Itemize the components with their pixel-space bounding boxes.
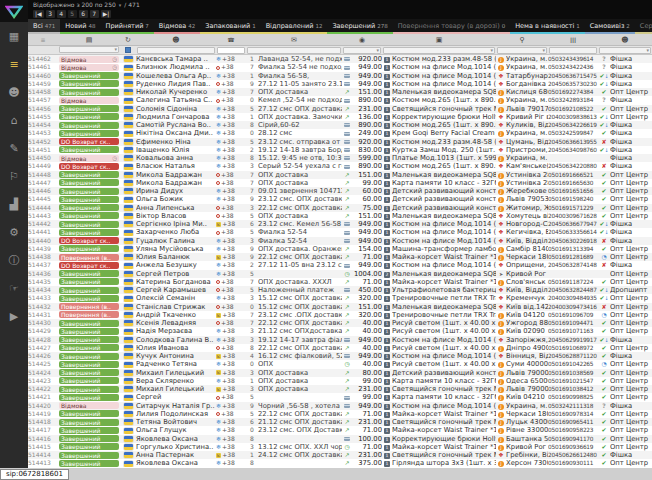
tracking-number[interactable]: 0503242893184 — [548, 96, 598, 104]
client-phone[interactable]: ❄+38 — [216, 443, 246, 451]
tab-1[interactable]: Новий48 — [60, 19, 100, 34]
order-row[interactable]: 514460ЗавершенийКошелева Ольга Ар..❄+381… — [28, 72, 652, 80]
tracking-number[interactable]: 20450628871120 — [548, 352, 598, 360]
tracking-number[interactable]: 0501691598240 — [548, 195, 598, 203]
client-phone[interactable]: lc+38 — [216, 253, 246, 261]
client-phone[interactable]: lc+38 — [216, 352, 246, 360]
status-badge[interactable]: Завершений — [59, 188, 119, 195]
order-row[interactable]: 514415ЗавершенийГоргулько Христина..❄+38… — [28, 443, 652, 451]
status-badge[interactable]: Завершений — [59, 460, 119, 467]
tracking-number[interactable]: 0501690941170 — [548, 435, 598, 443]
sidebar-item-settings[interactable]: ⚙ — [0, 218, 28, 246]
manager-column-header[interactable]: ☻ — [598, 36, 652, 44]
tab-6[interactable]: Завершений278 — [327, 19, 392, 34]
client-phone[interactable]: +38 — [216, 204, 246, 212]
client-phone[interactable]: lc+38 — [216, 220, 246, 228]
tracking-number[interactable]: 0501690978314 — [548, 410, 598, 418]
client-phone[interactable]: ❄+38 — [216, 435, 246, 443]
phone-column-header[interactable]: ☎ — [216, 36, 246, 43]
tab-9[interactable]: Самовивіз2 — [585, 19, 635, 34]
status-badge[interactable]: Завершений — [59, 419, 119, 426]
order-row[interactable]: 514429ЗавершенийНадія Мерзаєва❄+38321.12… — [28, 327, 652, 335]
tab-8[interactable]: Нема в наявності1 — [510, 19, 585, 34]
order-row[interactable]: 514441ЗавершенийЗахарченко Люба+385Фиалк… — [28, 228, 652, 236]
phone-filter-input[interactable] — [217, 47, 245, 54]
order-row[interactable]: 514447ЗавершенийМикола Бадражан+387ОПХ д… — [28, 179, 652, 187]
column-filter[interactable]: ▾ — [343, 47, 381, 54]
page-button-3[interactable]: 3 — [46, 10, 55, 18]
tracking-number[interactable]: 0501691042265 — [548, 360, 598, 368]
tracking-number[interactable]: 20450633356614 — [548, 228, 598, 236]
status-badge[interactable]: Завершений — [59, 204, 119, 211]
last-page-button[interactable]: ▶| — [101, 10, 112, 18]
tracking-number[interactable]: 20450636613955 — [548, 138, 598, 146]
order-row[interactable]: 514439ЗавершенийУляна Мусійовська❄+389ОП… — [28, 245, 652, 253]
status-badge[interactable]: Завершений — [59, 72, 119, 79]
client-phone[interactable]: lc+38 — [216, 311, 246, 319]
client-phone[interactable]: ❄+38 — [216, 146, 246, 154]
tracking-number[interactable]: 0501691038412 — [548, 385, 598, 393]
order-row[interactable]: 514417ЗавершенийОльга Глущук❄+38023.12 с… — [28, 426, 652, 434]
tracking-number[interactable]: 0501691665630 — [548, 179, 598, 187]
order-row[interactable]: 514449DO Возврат ск..Власюк Наталья❄+383… — [28, 162, 652, 170]
client-phone[interactable]: ❄+38 — [216, 55, 246, 63]
sidebar-item-video[interactable]: ▶ — [0, 302, 28, 330]
tracking-number[interactable]: 20450626612480 — [548, 451, 598, 459]
order-row[interactable]: 514445ЗавершенийОльга Божик❄+38923.12 см… — [28, 195, 652, 203]
client-phone[interactable]: lc+38 — [216, 451, 246, 459]
tracking-number[interactable]: 0501691313394 — [548, 245, 598, 253]
status-badge[interactable]: Завершений — [59, 394, 119, 401]
tracking-number[interactable]: 0501691094471 — [548, 319, 598, 327]
client-phone[interactable]: ❄+38 — [216, 245, 246, 253]
order-row[interactable]: 514413ЗавершенийЯковлева Оксана❄+388↗375… — [28, 459, 652, 467]
status-badge[interactable]: Завершений — [59, 212, 119, 219]
sidebar-item-statistics[interactable]: ▟ — [0, 190, 28, 218]
tracking-number[interactable]: 0501691038569 — [548, 369, 598, 377]
order-row[interactable]: 514446ЗавершенийИрина Дидух❄+38709.01 зв… — [28, 187, 652, 195]
status-badge[interactable]: Завершений — [59, 105, 119, 112]
status-badge[interactable]: Завершений — [59, 196, 119, 203]
column-filter[interactable]: ▾ — [599, 47, 651, 54]
status-badge[interactable]: Завершений — [59, 377, 119, 384]
tracking-number[interactable]: 0501690936619 — [548, 443, 598, 451]
client-phone[interactable]: ❄+38 — [216, 402, 246, 410]
tracking-number[interactable]: 20450636677947 — [548, 220, 598, 228]
column-filter[interactable] — [247, 47, 341, 54]
client-phone[interactable]: ❄+38 — [216, 88, 246, 96]
client-phone[interactable]: +38 — [216, 179, 246, 187]
client-phone[interactable]: ❄+38 — [216, 294, 246, 302]
order-row[interactable]: 514450Відмова◷Ковальова анна❄+38815.12. … — [28, 154, 652, 162]
order-row[interactable]: 514452DO Возврат ск..Єфименко Ніна❄+3852… — [28, 138, 652, 146]
finance-column-header[interactable]: ◉ — [342, 36, 382, 44]
order-row[interactable]: 514459ЗавершенийРуденко Лидия Пав..+3892… — [28, 80, 652, 88]
client-phone[interactable]: ❄+38 — [216, 336, 246, 344]
tracking-number[interactable]: 0501691651656 — [548, 187, 598, 195]
client-phone[interactable]: ❄+38 — [216, 129, 246, 137]
order-row[interactable]: 514442ЗавершенийСергієнко Іріна Ми..lc+3… — [28, 220, 652, 228]
tracking-number[interactable]: 20450629919917 — [548, 336, 598, 344]
order-row[interactable]: 514461Відмова◷Близнюк Людмила ..+387Фиал… — [28, 63, 652, 71]
column-filter[interactable]: ▾ — [383, 47, 495, 54]
order-row[interactable]: 514455ЗавершенийЛюдмила Гончарова❄+381ОП… — [28, 113, 652, 121]
status-badge[interactable]: Відмова◷ — [59, 155, 119, 162]
status-column-header[interactable]: ▤ — [58, 36, 120, 44]
sidebar-item-dashboard[interactable]: ▦ — [0, 22, 28, 50]
tracking-number[interactable]: 20450636715475 — [548, 72, 598, 80]
page-button-7[interactable]: 7 — [90, 10, 99, 18]
order-row[interactable]: 514448ЗавершенийМикола Бадражан+387ОПХ д… — [28, 171, 652, 179]
tracking-number[interactable]: 0501690998825 — [548, 393, 598, 401]
tracking-number[interactable]: 0501691187224 — [548, 278, 598, 286]
client-phone[interactable]: ❄+38 — [216, 187, 246, 195]
status-badge[interactable]: Завершений — [59, 89, 119, 96]
client-phone[interactable]: +38 — [216, 410, 246, 418]
status-badge[interactable]: Завершений — [59, 443, 119, 450]
status-badge[interactable]: Завершений — [59, 270, 119, 277]
client-phone[interactable]: ❄+38 — [216, 418, 246, 426]
tracking-number[interactable]: 0501691021547 — [548, 377, 598, 385]
sidebar-item-info[interactable]: ⓘ — [0, 246, 28, 274]
status-badge[interactable]: Завершений — [59, 245, 119, 252]
client-phone[interactable]: ❄+38 — [216, 72, 246, 80]
status-badge[interactable]: Завершений — [59, 410, 119, 417]
sidebar-item-support[interactable]: ☞ — [0, 274, 28, 302]
tracking-number[interactable]: 0501691071163 — [548, 327, 598, 335]
